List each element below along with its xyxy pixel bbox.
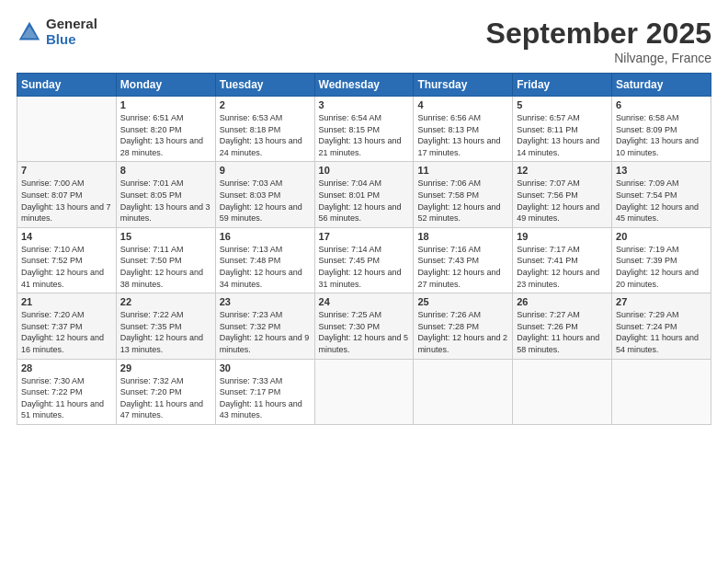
day-number: 5 [517,99,608,110]
day-number: 15 [120,231,211,242]
calendar-cell: 1Sunrise: 6:51 AM Sunset: 8:20 PM Daylig… [116,97,215,162]
day-info: Sunrise: 7:30 AM Sunset: 7:22 PM Dayligh… [21,375,112,421]
day-number: 2 [220,99,311,110]
day-number: 23 [220,296,311,307]
calendar-cell: 23Sunrise: 7:23 AM Sunset: 7:32 PM Dayli… [215,293,314,359]
weekday-header: Sunday [17,74,117,97]
calendar-cell: 11Sunrise: 7:06 AM Sunset: 7:58 PM Dayli… [414,162,513,227]
day-info: Sunrise: 7:04 AM Sunset: 8:01 PM Dayligh… [319,178,410,224]
day-info: Sunrise: 7:19 AM Sunset: 7:39 PM Dayligh… [616,244,707,290]
day-info: Sunrise: 7:17 AM Sunset: 7:41 PM Dayligh… [517,244,608,290]
day-number: 13 [616,165,707,176]
calendar-cell: 8Sunrise: 7:01 AM Sunset: 8:05 PM Daylig… [116,162,215,227]
weekday-header: Tuesday [215,74,314,97]
day-number: 26 [517,296,608,307]
day-info: Sunrise: 7:26 AM Sunset: 7:28 PM Dayligh… [417,309,508,355]
calendar-cell: 24Sunrise: 7:25 AM Sunset: 7:30 PM Dayli… [314,293,414,359]
calendar-cell: 15Sunrise: 7:11 AM Sunset: 7:50 PM Dayli… [116,227,215,293]
day-number: 19 [517,231,608,242]
day-info: Sunrise: 6:54 AM Sunset: 8:15 PM Dayligh… [319,112,410,158]
calendar-cell: 16Sunrise: 7:13 AM Sunset: 7:48 PM Dayli… [215,227,314,293]
calendar-cell: 22Sunrise: 7:22 AM Sunset: 7:35 PM Dayli… [116,293,215,359]
calendar-cell [414,359,513,424]
day-info: Sunrise: 7:09 AM Sunset: 7:54 PM Dayligh… [616,178,707,224]
day-number: 9 [220,165,311,176]
day-number: 10 [319,165,410,176]
calendar-cell: 10Sunrise: 7:04 AM Sunset: 8:01 PM Dayli… [314,162,414,227]
day-number: 24 [319,296,410,307]
calendar-week-row: 1Sunrise: 6:51 AM Sunset: 8:20 PM Daylig… [17,97,711,162]
header: General Blue September 2025 Nilvange, Fr… [17,17,711,65]
weekday-header: Monday [116,74,215,97]
calendar-cell [513,359,612,424]
day-number: 27 [616,296,707,307]
calendar-cell: 19Sunrise: 7:17 AM Sunset: 7:41 PM Dayli… [513,227,612,293]
calendar-week-row: 21Sunrise: 7:20 AM Sunset: 7:37 PM Dayli… [17,293,711,359]
calendar-cell: 9Sunrise: 7:03 AM Sunset: 8:03 PM Daylig… [215,162,314,227]
calendar-cell: 20Sunrise: 7:19 AM Sunset: 7:39 PM Dayli… [612,227,711,293]
calendar-cell: 21Sunrise: 7:20 AM Sunset: 7:37 PM Dayli… [17,293,117,359]
day-number: 16 [220,231,311,242]
weekday-header: Saturday [612,74,711,97]
day-number: 3 [319,99,410,110]
day-info: Sunrise: 7:10 AM Sunset: 7:52 PM Dayligh… [21,244,112,290]
day-info: Sunrise: 7:13 AM Sunset: 7:48 PM Dayligh… [220,244,311,290]
calendar-cell: 3Sunrise: 6:54 AM Sunset: 8:15 PM Daylig… [314,97,414,162]
calendar-cell: 12Sunrise: 7:07 AM Sunset: 7:56 PM Dayli… [513,162,612,227]
calendar-week-row: 28Sunrise: 7:30 AM Sunset: 7:22 PM Dayli… [17,359,711,424]
day-info: Sunrise: 7:29 AM Sunset: 7:24 PM Dayligh… [616,309,707,355]
calendar-cell: 6Sunrise: 6:58 AM Sunset: 8:09 PM Daylig… [612,97,711,162]
calendar-cell: 2Sunrise: 6:53 AM Sunset: 8:18 PM Daylig… [215,97,314,162]
calendar-cell [314,359,414,424]
page: General Blue September 2025 Nilvange, Fr… [0,0,728,563]
calendar-cell: 29Sunrise: 7:32 AM Sunset: 7:20 PM Dayli… [116,359,215,424]
calendar-cell: 5Sunrise: 6:57 AM Sunset: 8:11 PM Daylig… [513,97,612,162]
calendar-cell: 17Sunrise: 7:14 AM Sunset: 7:45 PM Dayli… [314,227,414,293]
month-title: September 2025 [486,17,711,51]
day-number: 8 [120,165,211,176]
day-info: Sunrise: 6:56 AM Sunset: 8:13 PM Dayligh… [417,112,508,158]
day-info: Sunrise: 7:33 AM Sunset: 7:17 PM Dayligh… [220,375,311,421]
title-block: September 2025 Nilvange, France [486,17,711,65]
calendar-cell: 27Sunrise: 7:29 AM Sunset: 7:24 PM Dayli… [612,293,711,359]
weekday-header: Wednesday [314,74,414,97]
calendar-cell: 4Sunrise: 6:56 AM Sunset: 8:13 PM Daylig… [414,97,513,162]
day-info: Sunrise: 7:20 AM Sunset: 7:37 PM Dayligh… [21,309,112,355]
day-number: 20 [616,231,707,242]
day-number: 1 [120,99,211,110]
logo-icon [17,19,42,45]
day-info: Sunrise: 7:25 AM Sunset: 7:30 PM Dayligh… [319,309,410,355]
calendar-cell: 7Sunrise: 7:00 AM Sunset: 8:07 PM Daylig… [17,162,117,227]
day-info: Sunrise: 7:23 AM Sunset: 7:32 PM Dayligh… [220,309,311,355]
day-number: 7 [21,165,112,176]
calendar-table: SundayMondayTuesdayWednesdayThursdayFrid… [17,73,711,425]
location: Nilvange, France [486,51,711,65]
logo-blue: Blue [46,32,97,48]
day-number: 30 [220,362,311,373]
day-info: Sunrise: 7:27 AM Sunset: 7:26 PM Dayligh… [517,309,608,355]
day-info: Sunrise: 6:53 AM Sunset: 8:18 PM Dayligh… [220,112,311,158]
calendar-cell: 13Sunrise: 7:09 AM Sunset: 7:54 PM Dayli… [612,162,711,227]
calendar-cell [17,97,117,162]
day-number: 6 [616,99,707,110]
day-info: Sunrise: 7:11 AM Sunset: 7:50 PM Dayligh… [120,244,211,290]
weekday-header-row: SundayMondayTuesdayWednesdayThursdayFrid… [17,74,711,97]
weekday-header: Thursday [414,74,513,97]
day-number: 18 [417,231,508,242]
calendar-cell: 14Sunrise: 7:10 AM Sunset: 7:52 PM Dayli… [17,227,117,293]
logo-text: General Blue [46,17,97,47]
day-number: 11 [417,165,508,176]
day-info: Sunrise: 7:00 AM Sunset: 8:07 PM Dayligh… [21,178,112,224]
day-number: 4 [417,99,508,110]
calendar-cell: 26Sunrise: 7:27 AM Sunset: 7:26 PM Dayli… [513,293,612,359]
day-number: 28 [21,362,112,373]
calendar-cell: 18Sunrise: 7:16 AM Sunset: 7:43 PM Dayli… [414,227,513,293]
day-number: 14 [21,231,112,242]
weekday-header: Friday [513,74,612,97]
day-number: 17 [319,231,410,242]
calendar-week-row: 14Sunrise: 7:10 AM Sunset: 7:52 PM Dayli… [17,227,711,293]
calendar-cell: 28Sunrise: 7:30 AM Sunset: 7:22 PM Dayli… [17,359,117,424]
day-info: Sunrise: 6:57 AM Sunset: 8:11 PM Dayligh… [517,112,608,158]
calendar-cell: 25Sunrise: 7:26 AM Sunset: 7:28 PM Dayli… [414,293,513,359]
day-number: 12 [517,165,608,176]
